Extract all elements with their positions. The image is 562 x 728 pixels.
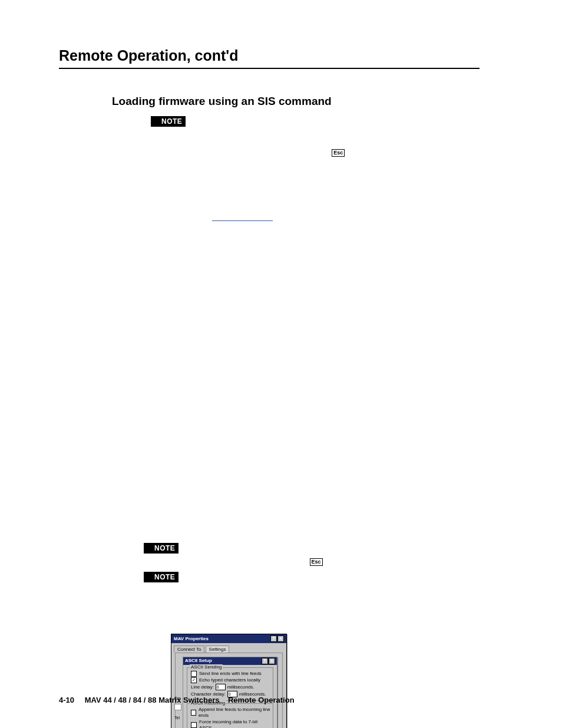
esc-key-icon: Esc (310, 558, 323, 566)
note-badge: NOTE (144, 543, 178, 554)
step-1: Connect a Windows-based computer to the … (159, 158, 480, 221)
step-4a-text: Click Transfer > Send Text File. (159, 264, 273, 274)
note-text-2: You can abort an incomplete firmware loa… (188, 543, 480, 567)
step-4: Click Transfer > Send Text File. Browse … (159, 263, 480, 620)
dialog-title-text: MAV Properties (174, 636, 209, 641)
label-line-delay: Line delay: (191, 684, 214, 690)
figure-4-3: MAV Properties ? x Connect To Settings E… (171, 634, 480, 728)
group-ascii-receiving: ASCII Receiving Append line feeds to inc… (187, 703, 273, 728)
step-2: On your Windows-based computer, start Hy… (159, 227, 480, 239)
help-icon[interactable]: ? (262, 658, 268, 664)
label-append-lf: Append line feeds to incoming line ends (199, 707, 270, 719)
checkbox-append-lf[interactable] (191, 710, 196, 716)
step-3: Send the switcher a Prepare for firmware… (159, 245, 480, 257)
section-title: Loading firmware using an SIS command (112, 95, 480, 108)
mav-properties-dialog: MAV Properties ? x Connect To Settings E… (171, 634, 287, 728)
label-echo-locally: Echo typed characters locally (199, 677, 260, 683)
group-send-title: ASCII Sending (190, 664, 223, 670)
body-paragraph: If firmware loading is interrupted the u… (151, 146, 480, 158)
chapter-title: Remote Operation (228, 696, 295, 704)
extron-link[interactable]: www.extron.com (212, 210, 273, 221)
checkbox-send-line-ends[interactable] (191, 671, 197, 677)
ascii-title-text: ASCII Setup (185, 658, 212, 664)
note-text-1: The Windows Control/Configuration softwa… (195, 116, 480, 140)
ascii-setup-dialog: ASCII Setup ? x ASCII Sending Send line … (183, 657, 277, 728)
checkbox-echo-locally[interactable]: ✓ (191, 677, 197, 683)
header-title: Remote Operation, cont'd (59, 47, 239, 64)
tab-settings[interactable]: Settings (206, 645, 230, 653)
page-footer: 4-10 MAV 44 / 48 / 84 / 88 Matrix Switch… (59, 696, 295, 704)
close-icon[interactable]: x (269, 658, 275, 664)
note-text-3: To display characters that are typed in … (188, 572, 480, 620)
help-icon[interactable]: ? (270, 635, 277, 642)
dialog-titlebar: MAV Properties ? x (171, 634, 286, 643)
esc-key-icon: Esc (332, 149, 345, 157)
step-1-text: Connect a Windows-based computer to the … (159, 159, 473, 180)
label-force-7bit: Force incoming data to 7-bit ASCII (199, 719, 270, 728)
note-badge: NOTE (144, 572, 178, 582)
label-send-line-ends: Send line ends with line feeds (199, 671, 262, 677)
book-title: MAV 44 / 48 / 84 / 88 Matrix Switchers (85, 696, 220, 704)
checkbox-force-7bit[interactable] (191, 722, 197, 728)
close-icon[interactable]: x (277, 635, 284, 642)
page-header: Remote Operation, cont'd (59, 47, 480, 69)
input-line-delay[interactable]: 0 (216, 684, 226, 690)
note-badge: NOTE (151, 116, 186, 127)
step-1-sub: The E*2CM response from the switcher ind… (159, 185, 480, 221)
step-4b-text: Browse through your system and select th… (159, 278, 480, 290)
page-number: 4-10 (59, 696, 74, 704)
tab-connect-to[interactable]: Connect To (174, 645, 204, 653)
